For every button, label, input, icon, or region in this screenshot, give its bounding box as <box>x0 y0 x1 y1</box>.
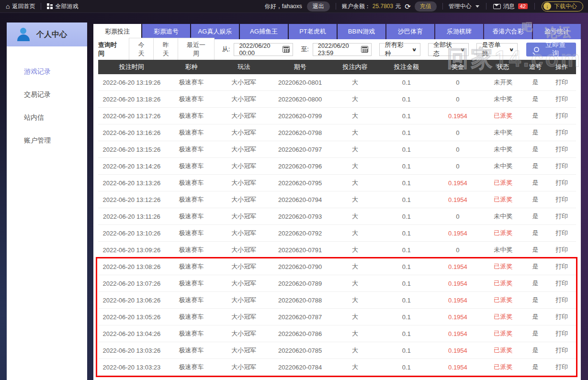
balance-label: 账户余额： <box>342 2 371 11</box>
recharge-button[interactable]: 充值 <box>415 1 437 11</box>
tab-item[interactable]: 乐游棋牌 <box>435 24 483 39</box>
print-link[interactable]: 打印 <box>547 313 576 321</box>
single-pick-select[interactable]: 是否单挑 ∨ <box>476 43 517 56</box>
chase-flag: 是 <box>523 296 547 304</box>
bet-content: 大 <box>330 313 380 321</box>
tab-item[interactable]: 香港六合彩 <box>484 24 532 39</box>
lottery-type: 极速赛车 <box>165 329 218 338</box>
to-date-input[interactable]: 2022/06/20 23:59 <box>313 43 372 56</box>
issue-number: 20220620-0800 <box>270 96 330 103</box>
print-link[interactable]: 打印 <box>547 346 576 355</box>
tab-item[interactable]: 彩票追号 <box>142 24 190 39</box>
status-text: 已派奖 <box>483 112 523 120</box>
tab-item[interactable]: PT老虎机 <box>289 24 337 39</box>
play-type: 大小冠军 <box>217 246 270 254</box>
status-value: 全部状态 <box>433 41 457 58</box>
bet-time: 2022-06-20 13:18:26 <box>98 96 165 103</box>
sidebar-item-link[interactable]: 账户管理 <box>7 129 87 152</box>
refresh-icon[interactable]: ⟳ <box>405 3 411 10</box>
sidebar-item-active[interactable]: 游戏记录 <box>7 60 87 83</box>
chevron-down-icon: ∨ <box>509 47 514 52</box>
table-row: 2022-06-20 13:15:26极速赛车大小冠军20220620-0797… <box>98 141 576 158</box>
tab-item[interactable]: BBIN游戏 <box>338 24 385 39</box>
bet-amount: 0.1 <box>380 246 433 254</box>
issue-number: 20220620-0791 <box>270 246 330 254</box>
print-link[interactable]: 打印 <box>547 162 576 170</box>
tab-bar: 彩票投注彩票追号AG真人娱乐AG捕鱼王PT老虎机BBIN游戏沙巴体育乐游棋牌香港… <box>93 24 581 39</box>
search-button[interactable]: 立即查询 <box>526 43 576 56</box>
query-time-label: 查询时间 <box>98 41 122 58</box>
tab-item[interactable]: AG捕鱼王 <box>240 24 288 39</box>
play-type: 大小冠军 <box>217 195 270 204</box>
quick-date-button[interactable]: 昨天 <box>154 38 178 61</box>
all-games-label: 全部游戏 <box>55 2 78 11</box>
print-link[interactable]: 打印 <box>547 229 576 237</box>
from-date-input[interactable]: 2022/06/20 00:00 <box>234 43 293 56</box>
quick-date-button[interactable]: 最近一周 <box>178 38 214 61</box>
prize-value: 0.1954 <box>433 196 483 203</box>
messages-link[interactable]: 消息 42 <box>493 0 528 12</box>
play-type: 大小冠军 <box>217 262 270 271</box>
print-link[interactable]: 打印 <box>547 246 576 254</box>
status-select[interactable]: 全部状态 ∨ <box>428 43 469 56</box>
chase-flag: 是 <box>523 95 547 103</box>
bet-amount: 0.1 <box>380 179 433 187</box>
print-link[interactable]: 打印 <box>547 329 576 338</box>
print-link[interactable]: 打印 <box>547 95 576 103</box>
print-link[interactable]: 打印 <box>547 112 576 120</box>
print-link[interactable]: 打印 <box>547 179 576 187</box>
play-type: 大小冠军 <box>217 95 270 103</box>
lottery-type-select[interactable]: 所有彩种 ∨ <box>379 43 420 56</box>
tab-item[interactable]: 彩票投注 <box>93 24 141 39</box>
bet-time: 2022-06-20 13:15:26 <box>98 146 165 153</box>
print-link[interactable]: 打印 <box>547 296 576 304</box>
table-row: 2022-06-20 13:11:26极速赛车大小冠军20220620-0793… <box>98 208 576 225</box>
tab-item[interactable]: AG真人娱乐 <box>191 24 239 39</box>
play-type: 大小冠军 <box>217 179 270 187</box>
sidebar-item-link[interactable]: 交易记录 <box>7 83 87 106</box>
print-link[interactable]: 打印 <box>547 212 576 221</box>
issue-number: 20220620-0788 <box>270 297 330 304</box>
personal-center-title: 个人中心 <box>36 30 67 40</box>
divider <box>442 3 443 10</box>
print-link[interactable]: 打印 <box>547 279 576 288</box>
currency-label: 元 <box>395 2 401 11</box>
bet-content: 大 <box>330 363 380 371</box>
logout-button[interactable]: 退出 <box>307 1 330 11</box>
print-link[interactable]: 打印 <box>547 78 576 87</box>
calendar-icon[interactable] <box>283 46 290 53</box>
chase-flag: 是 <box>523 212 547 221</box>
print-link[interactable]: 打印 <box>547 128 576 137</box>
bet-amount: 0.1 <box>380 146 433 153</box>
issue-number: 20220620-0786 <box>270 330 330 337</box>
admin-center-menu[interactable]: 管理中心 <box>449 0 479 12</box>
bet-content: 大 <box>330 296 380 304</box>
issue-number: 20220620-0787 <box>270 313 330 321</box>
print-link[interactable]: 打印 <box>547 195 576 204</box>
sidebar-item-link[interactable]: 站内信 <box>7 106 87 129</box>
status-text: 已派奖 <box>483 279 523 288</box>
bet-time: 2022-06-20 13:07:26 <box>98 280 165 287</box>
tab-item[interactable]: 盈亏统计 <box>533 24 581 39</box>
tab-item[interactable]: 沙巴体育 <box>386 24 434 39</box>
prize-value: 0.1954 <box>433 313 483 321</box>
print-link[interactable]: 打印 <box>547 363 576 371</box>
download-center-button[interactable]: ↓ 下载中心 <box>542 1 583 11</box>
bet-amount: 0.1 <box>380 213 433 220</box>
all-games-link[interactable]: 全部游戏 <box>41 0 84 12</box>
divider <box>534 3 535 10</box>
prize-value: 0.1954 <box>433 112 483 120</box>
play-type: 大小冠军 <box>217 363 270 371</box>
home-link[interactable]: ⌂ 返回首页 <box>0 0 41 12</box>
print-link[interactable]: 打印 <box>547 262 576 271</box>
prize-value: 0 <box>433 79 483 86</box>
print-link[interactable]: 打印 <box>547 145 576 154</box>
chase-flag: 是 <box>523 145 547 154</box>
table-row: 2022-06-20 13:12:26极速赛车大小冠军20220620-0794… <box>98 191 576 208</box>
sidebar-menu: 游戏记录交易记录站内信账户管理 <box>7 46 87 152</box>
column-header: 彩种 <box>165 63 218 71</box>
quick-date-button[interactable]: 今天 <box>129 38 154 61</box>
status-text: 已派奖 <box>483 363 523 371</box>
prize-value: 0.1954 <box>433 179 483 187</box>
calendar-icon[interactable] <box>361 46 368 53</box>
